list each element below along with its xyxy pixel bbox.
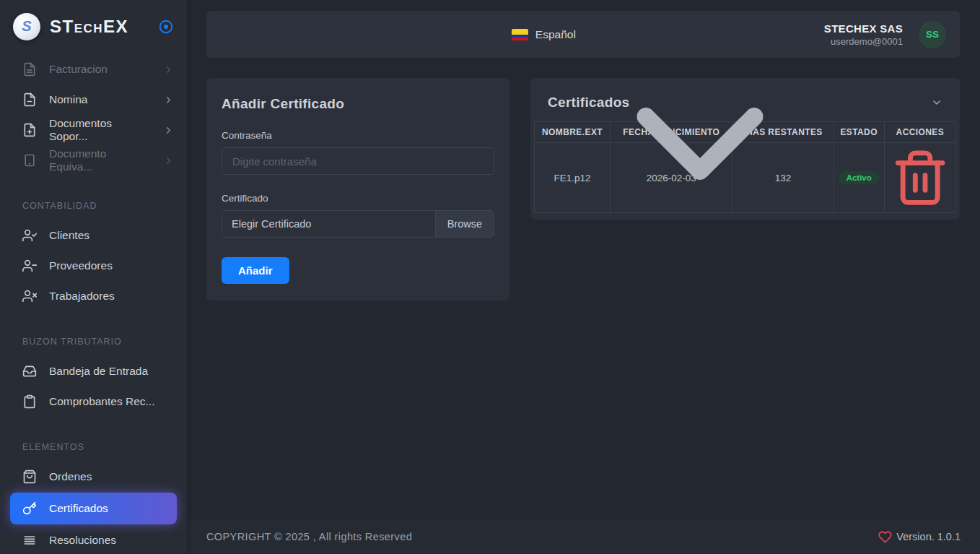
file-plus-icon (22, 123, 37, 137)
sidebar-item-label: Comprobantes Rec... (49, 395, 154, 408)
collapse-chevron-down-icon[interactable] (931, 97, 942, 108)
user-check-icon (22, 228, 37, 243)
company-name: STECHEX SAS (824, 22, 903, 35)
main-area: Español 0 STECHEX SAS userdemo@0001 SS A… (187, 0, 980, 554)
browse-button[interactable]: Browse (435, 211, 494, 237)
footer: COPYRIGHT © 2025 , All rights Reserved V… (187, 519, 980, 554)
file-input-text: Elegir Certificado (222, 211, 435, 237)
sidebar-item-label: Documentos Sopor... (49, 117, 151, 143)
certificate-file-input[interactable]: Elegir Certificado Browse (222, 210, 494, 238)
cell-status: Activo (834, 143, 884, 213)
sidebar: S STechEX Facturacion Nomina Documentos … (0, 0, 187, 554)
sidebar-item-label: Ordenes (49, 470, 92, 483)
shopping-bag-icon (22, 469, 37, 484)
user-name: userdemo@0001 (824, 36, 903, 47)
certificate-label: Certificado (222, 193, 494, 204)
password-field-group: Contraseña (222, 130, 494, 175)
column-header-acciones: ACCIONES (884, 122, 955, 143)
topbar: Español 0 STECHEX SAS userdemo@0001 SS (206, 11, 960, 58)
language-label: Español (535, 28, 576, 41)
section-header-elementos: ELEMENTOS (0, 433, 187, 462)
tablet-icon (22, 153, 37, 168)
version-text: Version. 1.0.1 (896, 531, 961, 542)
sidebar-item-documentos-soporte[interactable]: Documentos Sopor... (0, 115, 187, 145)
sidebar-item-label: Clientes (49, 229, 89, 242)
status-badge: Activo (839, 171, 880, 184)
sidebar-item-proveedores[interactable]: Proveedores (0, 251, 187, 281)
password-input[interactable] (222, 147, 494, 175)
chevron-right-icon (163, 64, 174, 75)
sidebar-item-label: Resoluciones (49, 534, 116, 547)
bell-icon (592, 0, 808, 35)
sidebar-nav: Facturacion Nomina Documentos Sopor... D… (0, 53, 187, 554)
logo-row: S STechEX (0, 0, 187, 53)
cell-actions (884, 143, 955, 213)
sidebar-item-bandeja-de-entrada[interactable]: Bandeja de Entrada (0, 356, 187, 386)
colombia-flag-icon (512, 29, 528, 40)
user-minus-icon (22, 259, 37, 273)
sidebar-item-label: Trabajadores (49, 290, 115, 303)
sidebar-item-label: Documento Equiva... (49, 147, 151, 173)
section-header-contabilidad: CONTABILIDAD (0, 191, 187, 220)
chevron-right-icon (163, 155, 174, 166)
add-certificate-title: Añadir Certificado (222, 96, 494, 112)
column-header-estado: ESTADO (834, 122, 884, 143)
user-x-icon (22, 289, 37, 303)
sidebar-item-label: Bandeja de Entrada (49, 365, 148, 378)
copyright-text: COPYRIGHT © 2025 , All rights Reserved (206, 531, 412, 542)
sidebar-item-clientes[interactable]: Clientes (0, 220, 187, 251)
add-button[interactable]: Añadir (222, 257, 289, 284)
password-label: Contraseña (222, 130, 494, 141)
user-menu[interactable]: STECHEX SAS userdemo@0001 (824, 22, 903, 47)
clipboard-icon (22, 394, 37, 409)
content-row: Añadir Certificado Contraseña Certificad… (206, 78, 960, 300)
sidebar-item-comprobantes-recibidos[interactable]: Comprobantes Rec... (0, 386, 187, 417)
avatar[interactable]: SS (919, 21, 946, 48)
trash-icon (891, 148, 950, 207)
sidebar-item-nomina[interactable]: Nomina (0, 85, 187, 115)
brand-name: STechEX (50, 17, 149, 37)
sidebar-item-ordenes[interactable]: Ordenes (0, 462, 187, 492)
sidebar-item-label: Proveedores (49, 259, 113, 272)
key-icon (22, 501, 37, 516)
language-selector[interactable]: Español (512, 28, 576, 41)
sidebar-item-trabajadores[interactable]: Trabajadores (0, 281, 187, 311)
file-text-icon (22, 62, 37, 77)
version-info: Version. 1.0.1 (878, 530, 961, 544)
add-certificate-card: Añadir Certificado Contraseña Certificad… (206, 78, 509, 300)
heart-icon (878, 530, 892, 544)
sidebar-item-label: Nomina (49, 93, 87, 106)
inbox-icon (22, 364, 37, 378)
chevron-right-icon (163, 125, 174, 136)
delete-certificate-button[interactable] (889, 147, 951, 209)
certificate-field-group: Certificado Elegir Certificado Browse (222, 193, 494, 238)
file-minus-icon (22, 92, 37, 107)
sidebar-toggle-circle-dot-icon[interactable] (158, 19, 174, 35)
notifications-button[interactable]: 0 (592, 0, 808, 252)
brand-logo-icon: S (13, 13, 40, 40)
chevron-down-icon (592, 35, 808, 252)
sidebar-item-facturacion[interactable]: Facturacion (0, 54, 187, 85)
section-header-buzon-tributario: BUZON TRIBUTARIO (0, 327, 187, 356)
sidebar-item-label: Facturacion (49, 63, 108, 76)
sidebar-item-resoluciones[interactable]: Resoluciones (0, 525, 187, 554)
chevron-right-icon (163, 95, 174, 105)
sidebar-item-label: Certificados (49, 502, 108, 515)
sidebar-item-certificados[interactable]: Certificados (10, 493, 177, 524)
list-icon (22, 533, 37, 547)
sidebar-item-documento-equivalente[interactable]: Documento Equiva... (0, 145, 187, 176)
